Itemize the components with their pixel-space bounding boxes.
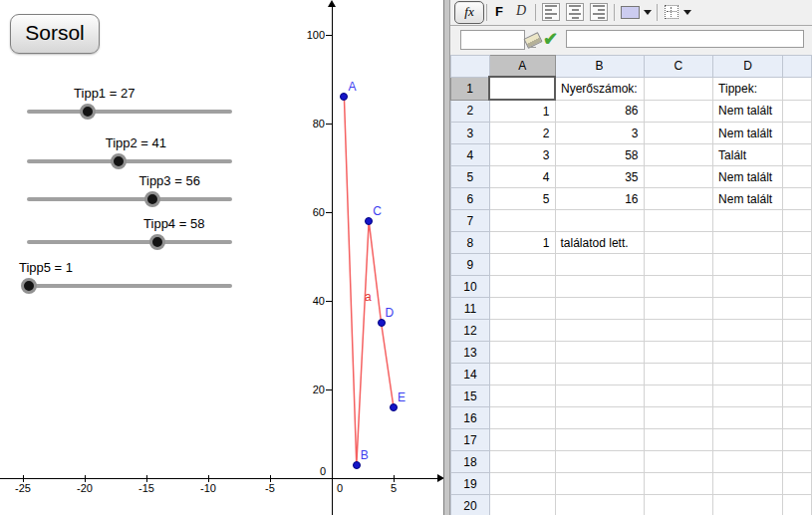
cell-D11[interactable] [713, 298, 783, 320]
cell-D9[interactable] [713, 254, 783, 276]
cell-partial-8[interactable] [783, 232, 812, 254]
cell-C8[interactable] [644, 232, 713, 254]
cell-B3[interactable]: 3 [555, 123, 644, 144]
cell-D1[interactable]: Tippek: [713, 77, 783, 100]
column-header-D[interactable]: D [713, 56, 783, 78]
cell-partial-17[interactable] [783, 429, 812, 451]
cell-C20[interactable] [644, 495, 713, 515]
cell-partial-7[interactable] [783, 210, 812, 232]
cell-B1[interactable]: Nyerőszámok: [555, 77, 644, 100]
column-header-A[interactable]: A [489, 56, 555, 78]
cell-D4[interactable]: Talált [713, 144, 783, 166]
row-header-13[interactable]: 13 [451, 342, 490, 364]
cell-D16[interactable] [713, 407, 783, 429]
column-header-partial[interactable] [783, 56, 812, 78]
cell-partial-15[interactable] [783, 386, 812, 407]
cell-C10[interactable] [644, 276, 713, 298]
row-header-17[interactable]: 17 [451, 429, 490, 451]
row-header-9[interactable]: 9 [451, 254, 490, 276]
cell-B7[interactable] [555, 210, 644, 232]
cell-A14[interactable] [489, 364, 555, 386]
align-center-button[interactable] [566, 3, 584, 21]
row-header-11[interactable]: 11 [451, 298, 490, 320]
row-header-1[interactable]: 1 [451, 77, 490, 100]
cell-B4[interactable]: 58 [555, 144, 644, 166]
cell-C5[interactable] [644, 166, 713, 188]
background-color-button[interactable] [621, 6, 640, 19]
cell-B11[interactable] [555, 298, 644, 320]
cell-A1[interactable] [489, 77, 555, 100]
cell-B12[interactable] [555, 320, 644, 342]
point-B[interactable] [353, 461, 361, 469]
cell-A11[interactable] [489, 298, 555, 320]
cell-partial-2[interactable] [783, 100, 812, 123]
cell-A7[interactable] [489, 210, 555, 232]
cell-B6[interactable]: 16 [555, 188, 644, 210]
cell-reference-input[interactable] [460, 30, 525, 50]
cell-D5[interactable]: Nem talált [713, 166, 783, 188]
panel-separator[interactable] [443, 0, 450, 515]
cell-partial-3[interactable] [783, 123, 812, 144]
cell-A19[interactable] [489, 473, 555, 495]
cell-B16[interactable] [555, 407, 644, 429]
cell-D17[interactable] [713, 429, 783, 451]
row-header-12[interactable]: 12 [451, 320, 490, 342]
align-right-button[interactable] [590, 3, 608, 21]
row-header-7[interactable]: 7 [451, 210, 490, 232]
cell-partial-16[interactable] [783, 407, 812, 429]
cell-partial-18[interactable] [783, 451, 812, 473]
grid-corner[interactable] [451, 56, 490, 78]
cell-D15[interactable] [713, 386, 783, 407]
row-header-20[interactable]: 20 [451, 495, 490, 515]
row-header-19[interactable]: 19 [451, 473, 490, 495]
cell-B10[interactable] [555, 276, 644, 298]
cell-partial-20[interactable] [783, 495, 812, 515]
cell-C11[interactable] [644, 298, 713, 320]
border-dropdown-arrow-icon[interactable] [683, 10, 691, 15]
cell-partial-6[interactable] [783, 188, 812, 210]
cell-partial-13[interactable] [783, 342, 812, 364]
point-E[interactable] [390, 403, 398, 411]
cell-C4[interactable] [644, 144, 713, 166]
cell-partial-19[interactable] [783, 473, 812, 495]
cell-C12[interactable] [644, 320, 713, 342]
cell-partial-9[interactable] [783, 254, 812, 276]
row-header-6[interactable]: 6 [451, 188, 490, 210]
cell-C3[interactable] [644, 123, 713, 144]
cell-B13[interactable] [555, 342, 644, 364]
cell-B8[interactable]: találatod lett. [555, 232, 644, 254]
cell-C1[interactable] [644, 77, 713, 100]
row-header-5[interactable]: 5 [451, 166, 490, 188]
row-header-10[interactable]: 10 [451, 276, 490, 298]
row-header-14[interactable]: 14 [451, 364, 490, 386]
cell-A15[interactable] [489, 386, 555, 407]
cell-B9[interactable] [555, 254, 644, 276]
cell-A17[interactable] [489, 429, 555, 451]
cell-D2[interactable]: Nem talált [713, 100, 783, 123]
cell-partial-4[interactable] [783, 144, 812, 166]
row-header-8[interactable]: 8 [451, 232, 490, 254]
cell-A10[interactable] [489, 276, 555, 298]
cell-D14[interactable] [713, 364, 783, 386]
cell-B15[interactable] [555, 386, 644, 407]
cell-D10[interactable] [713, 276, 783, 298]
cell-B18[interactable] [555, 451, 644, 473]
cell-C15[interactable] [644, 386, 713, 407]
cell-A6[interactable]: 5 [489, 188, 555, 210]
cell-C16[interactable] [644, 407, 713, 429]
row-header-18[interactable]: 18 [451, 451, 490, 473]
point-D[interactable] [378, 319, 386, 327]
bold-button[interactable]: F [491, 4, 507, 19]
cell-A16[interactable] [489, 407, 555, 429]
cell-A12[interactable] [489, 320, 555, 342]
cell-A5[interactable]: 4 [489, 166, 555, 188]
cell-A20[interactable] [489, 495, 555, 515]
polyline-a[interactable] [344, 97, 394, 464]
cell-A9[interactable] [489, 254, 555, 276]
cell-D12[interactable] [713, 320, 783, 342]
cell-partial-10[interactable] [783, 276, 812, 298]
cell-C17[interactable] [644, 429, 713, 451]
cell-D8[interactable] [713, 232, 783, 254]
cell-partial-14[interactable] [783, 364, 812, 386]
cell-partial-5[interactable] [783, 166, 812, 188]
